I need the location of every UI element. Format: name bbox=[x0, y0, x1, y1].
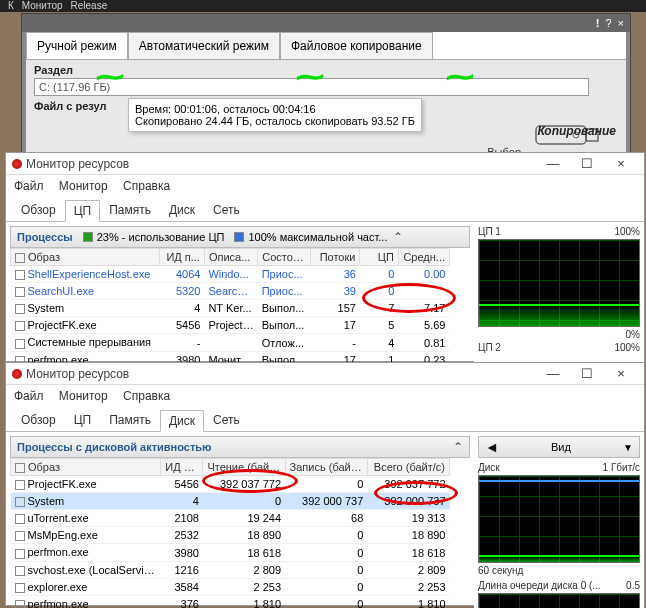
table-row[interactable]: svchost.exe (LocalServiceNet...12162 809… bbox=[11, 561, 450, 578]
table-cell: 4064 bbox=[160, 266, 205, 283]
view-header[interactable]: ◄ Вид ▼ bbox=[478, 436, 640, 458]
chevron-up-icon[interactable]: ⌃ bbox=[453, 440, 463, 454]
table-cell: 36 bbox=[311, 266, 360, 283]
table-cell: Выпол... bbox=[258, 300, 311, 317]
col-write[interactable]: Запись (байт/с) bbox=[285, 459, 367, 476]
tab-memory[interactable]: Память bbox=[100, 199, 160, 221]
chevron-up-icon[interactable]: ⌃ bbox=[393, 230, 403, 244]
chart-title-2: ЦП 2 bbox=[478, 342, 501, 353]
table-row[interactable]: System40392 000 737392 000 737 bbox=[11, 493, 450, 510]
table-cell: 4 bbox=[160, 300, 205, 317]
col-cpu[interactable]: ЦП bbox=[360, 249, 398, 266]
table-row[interactable]: SearchUI.exe5320Search ...Приос...390 bbox=[11, 283, 450, 300]
processes-title: Процессы bbox=[17, 231, 73, 243]
progress-tooltip: Время: 00:01:06, осталось 00:04:16 Скопи… bbox=[128, 98, 422, 132]
tab-file[interactable]: Файловое копирование bbox=[280, 32, 433, 59]
col-threads[interactable]: Потоки bbox=[311, 249, 360, 266]
table-row[interactable]: Системные прерывания-Отлож...-40.81 bbox=[11, 334, 450, 351]
col-pid[interactable]: ИД п... bbox=[160, 249, 205, 266]
tab-overview[interactable]: Обзор bbox=[12, 409, 65, 431]
disk-processes-header[interactable]: Процессы с дисковой активностью ⌃ bbox=[10, 436, 470, 458]
close-icon[interactable]: × bbox=[618, 17, 624, 29]
tab-disk[interactable]: Диск bbox=[160, 410, 204, 432]
maximize-button[interactable]: ☐ bbox=[570, 365, 604, 383]
menubar: Файл Монитор Справка bbox=[6, 175, 644, 197]
tab-cpu[interactable]: ЦП bbox=[65, 409, 101, 431]
table-cell: 2 809 bbox=[203, 561, 285, 578]
col-state[interactable]: Состоя... bbox=[258, 249, 311, 266]
table-cell: System bbox=[11, 493, 161, 510]
processes-header[interactable]: Процессы 23% - использование ЦП 100% мак… bbox=[10, 226, 470, 248]
tab-overview[interactable]: Обзор bbox=[12, 199, 65, 221]
menu-file[interactable]: Файл bbox=[14, 389, 44, 403]
table-cell: 1 810 bbox=[203, 595, 285, 608]
close-button[interactable]: × bbox=[604, 155, 638, 173]
taskbar-item[interactable]: Release bbox=[71, 0, 108, 12]
copy-titlebar: ! ? × bbox=[22, 14, 630, 32]
tab-memory[interactable]: Память bbox=[100, 409, 160, 431]
table-cell: perfmon.exe bbox=[11, 595, 161, 608]
menu-file[interactable]: Файл bbox=[14, 179, 44, 193]
table-cell: Windo... bbox=[204, 266, 257, 283]
col-image[interactable]: Образ bbox=[11, 459, 161, 476]
tab-network[interactable]: Сеть bbox=[204, 409, 249, 431]
menu-help[interactable]: Справка bbox=[123, 389, 170, 403]
table-row[interactable]: perfmon.exe398018 618018 618 bbox=[11, 544, 450, 561]
copy-tool-window: ! ? × Ручной режим Автоматический режим … bbox=[21, 13, 631, 163]
table-row[interactable]: MsMpEng.exe253218 890018 890 bbox=[11, 527, 450, 544]
table-row[interactable]: uTorrent.exe210819 2446819 313 bbox=[11, 510, 450, 527]
menu-monitor[interactable]: Монитор bbox=[59, 389, 108, 403]
menu-help[interactable]: Справка bbox=[123, 179, 170, 193]
table-row[interactable]: explorer.exe35842 25302 253 bbox=[11, 578, 450, 595]
table-row[interactable]: System4NT Ker...Выпол...15777.17 bbox=[11, 300, 450, 317]
table-row[interactable]: ProjectFK.exe5456392 037 7720392 037 772 bbox=[11, 476, 450, 493]
table-cell: Приос... bbox=[258, 283, 311, 300]
table-cell: 19 313 bbox=[367, 510, 449, 527]
minimize-button[interactable]: — bbox=[536, 155, 570, 173]
table-cell: uTorrent.exe bbox=[11, 510, 161, 527]
col-pid[interactable]: ИД п... bbox=[161, 459, 203, 476]
table-cell: 0 bbox=[285, 595, 367, 608]
table-row[interactable]: perfmon.exe3761 81001 810 bbox=[11, 595, 450, 608]
table-cell: 7 bbox=[360, 300, 398, 317]
table-cell: 2 809 bbox=[367, 561, 449, 578]
table-cell: 18 618 bbox=[203, 544, 285, 561]
table-cell: 1 810 bbox=[367, 595, 449, 608]
col-avg[interactable]: Средн... bbox=[398, 249, 449, 266]
table-cell: 5320 bbox=[160, 283, 205, 300]
cpu-usage-label: 23% - использование ЦП bbox=[97, 231, 225, 243]
tab-cpu[interactable]: ЦП bbox=[65, 200, 101, 222]
cpu-chart-1 bbox=[478, 239, 640, 327]
resource-tabs: Обзор ЦП Память Диск Сеть bbox=[6, 197, 644, 222]
taskbar-item[interactable]: К bbox=[8, 0, 14, 12]
queue-label: Длина очереди диска 0 (... bbox=[478, 580, 601, 591]
minimize-button[interactable]: — bbox=[536, 365, 570, 383]
tab-auto[interactable]: Автоматический режим bbox=[128, 32, 280, 59]
maximize-button[interactable]: ☐ bbox=[570, 155, 604, 173]
col-total[interactable]: Всего (байт/с) bbox=[367, 459, 449, 476]
taskbar-item[interactable]: Монитор bbox=[22, 0, 63, 12]
chart-min: 0% bbox=[626, 329, 640, 340]
col-read[interactable]: Чтение (байт/с) bbox=[203, 459, 285, 476]
col-desc[interactable]: Описа... bbox=[204, 249, 257, 266]
app-icon bbox=[12, 369, 22, 379]
table-cell: 5 bbox=[360, 317, 398, 334]
tab-manual[interactable]: Ручной режим bbox=[26, 32, 128, 59]
table-cell: 17 bbox=[311, 317, 360, 334]
table-cell: 0 bbox=[285, 527, 367, 544]
menu-monitor[interactable]: Монитор bbox=[59, 179, 108, 193]
table-cell: 3584 bbox=[161, 578, 203, 595]
disk-chart-title: Диск bbox=[478, 462, 500, 473]
copy-button[interactable]: Копирование bbox=[537, 124, 616, 138]
tab-disk[interactable]: Диск bbox=[160, 199, 204, 221]
chart-xlabel: 60 секунд bbox=[478, 565, 640, 576]
tab-network[interactable]: Сеть bbox=[204, 199, 249, 221]
table-cell: ShellExperienceHost.exe bbox=[11, 266, 160, 283]
close-button[interactable]: × bbox=[604, 365, 638, 383]
question-icon[interactable]: ? bbox=[605, 17, 611, 29]
table-cell: 5456 bbox=[161, 476, 203, 493]
help-icon[interactable]: ! bbox=[596, 17, 600, 29]
table-row[interactable]: ProjectFK.exe5456ProjectFKВыпол...1755.6… bbox=[11, 317, 450, 334]
table-row[interactable]: ShellExperienceHost.exe4064Windo...Приос… bbox=[11, 266, 450, 283]
col-image[interactable]: Образ bbox=[11, 249, 160, 266]
